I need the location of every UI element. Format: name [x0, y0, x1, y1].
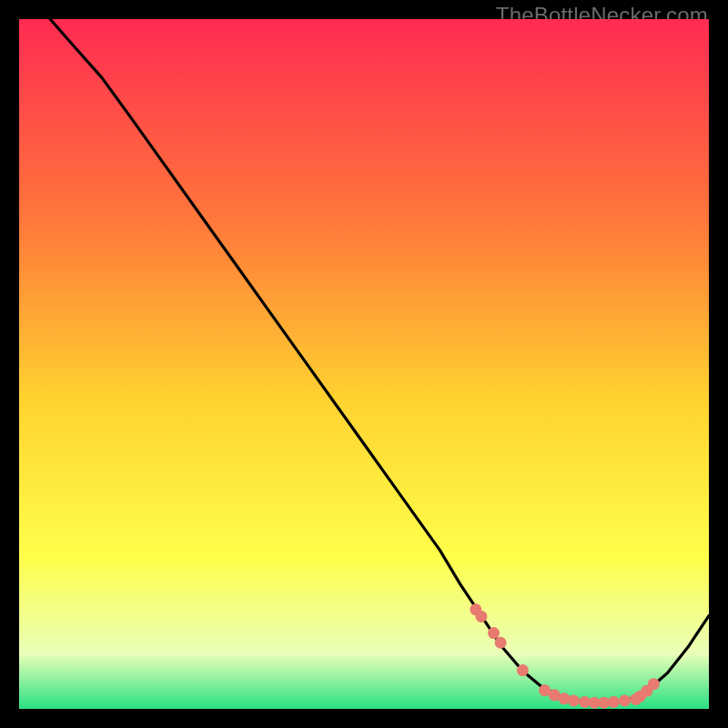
bottleneck-plot	[19, 19, 709, 709]
highlight-dot	[475, 611, 487, 622]
highlight-dot	[495, 637, 507, 649]
gradient-background	[19, 19, 709, 709]
highlight-dot	[488, 627, 500, 639]
highlight-dot	[608, 696, 620, 708]
highlight-dot	[619, 694, 631, 706]
highlight-dot	[568, 694, 580, 706]
highlight-dot	[648, 678, 660, 690]
chart-stage: TheBottleNecker.com	[0, 0, 728, 728]
highlight-dot	[517, 664, 529, 676]
